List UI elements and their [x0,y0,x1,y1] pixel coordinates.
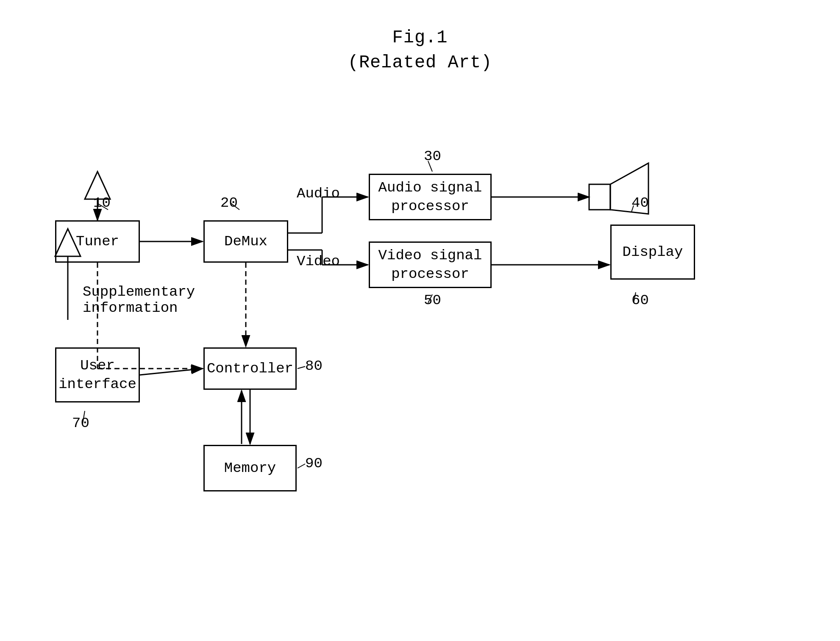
svg-line-30 [83,411,85,424]
svg-marker-2 [55,229,81,256]
svg-line-24 [97,203,108,210]
svg-marker-23 [610,163,648,214]
svg-line-25 [231,203,239,210]
svg-line-27 [631,205,634,212]
svg-line-19 [140,369,203,375]
diagram-area: Tuner DeMux Audio signal processor Video… [0,97,840,640]
title-line2: (Related Art) [0,50,840,75]
svg-line-26 [428,161,432,172]
diagram-svg [0,97,840,641]
svg-line-31 [298,366,305,369]
title-line1: Fig.1 [0,25,840,50]
svg-line-32 [298,464,305,468]
svg-line-28 [428,294,432,303]
svg-line-29 [634,292,636,303]
svg-marker-5 [85,172,110,199]
title-area: Fig.1 (Related Art) [0,0,840,75]
svg-rect-22 [589,184,610,210]
